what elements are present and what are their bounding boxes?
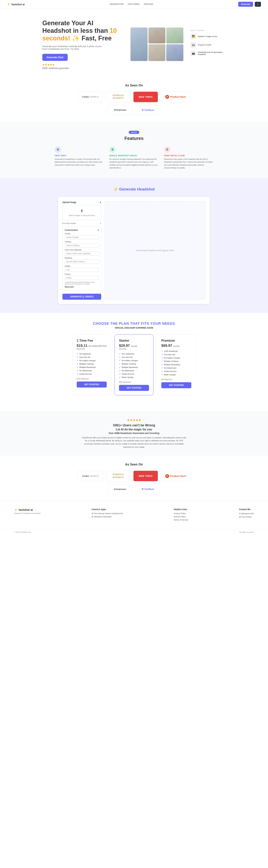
footer-terms-link[interactable]: Terms of Service <box>174 519 188 521</box>
backdrop-select[interactable]: Blurred Office Interior <box>65 259 99 264</box>
generate-output-panel: Generated headshot will appear here <box>105 201 206 300</box>
plan-feature: One time fee <box>161 353 191 356</box>
footer-apps-title: Usama's Apps <box>92 508 123 510</box>
pricing-card-premium: Premium $99.97 /month 1200 headshots One… <box>157 335 196 395</box>
hero-image-4 <box>148 44 166 61</box>
footer-apps-item-2[interactable]: AI Headshot Generator <box>92 516 123 518</box>
testimonial-subhead: Over 8288 Headshots Generated and Counti… <box>7 432 261 434</box>
feature-flair-desc: Experience the power of AI creativity wi… <box>164 158 213 169</box>
clothing-field: Clothing Select Clothing <box>65 241 99 247</box>
plan-premium-discount: 6% Discount <box>161 378 191 380</box>
hero-title-part1: Generate Your AI Headshot in less than <box>42 20 110 34</box>
plan-feature: No Watermark <box>119 370 149 372</box>
feature-snapshot-desc: No need for lengthy training datasets! O… <box>109 158 159 169</box>
hero-generate-button[interactable]: Generate Shot <box>42 54 68 61</box>
brand-bolt: ⚡ <box>7 3 10 6</box>
footer-email[interactable]: ✉ r@usama.click <box>239 513 254 515</box>
how-step-3-icon: 📸 <box>191 51 196 56</box>
footer-apps-item-1[interactable]: AI Two (House Interior & Exterior AI) <box>92 513 123 515</box>
footer-top: ⚡ fastshot ai Fastest AI Headshot Genera… <box>0 501 268 529</box>
plan-feature: Multiple Clothing <box>161 360 191 363</box>
hero-subtitle: Generate your headshots instantly with j… <box>42 45 102 50</box>
nav-pricing[interactable]: PRICING <box>144 3 153 5</box>
backdrop-label: Backdrop <box>65 257 99 259</box>
features-grid: ⚙ FAST SHOT Generate AI headshots in und… <box>46 146 222 169</box>
feature-free-flair: ⚙ FREE INITIAL FLAIR Experience the powe… <box>164 146 213 169</box>
quality-label: Quality <box>65 265 99 267</box>
logos-grid: ForbesGENDER AI WOMEN INBUSINESS WEB TIM… <box>72 92 196 115</box>
hero-section: Generate Your AI Headshot in less than 1… <box>28 9 240 76</box>
footer-contact-title: Contact Me <box>239 508 254 510</box>
feature-fast-shot-name: FAST SHOT <box>55 155 104 157</box>
how-step-1: 🧑 Upload 1 image of you <box>191 33 226 39</box>
logo-toolify-2: ⚙ Toolify.ai <box>135 484 160 494</box>
upload-label: Upload Image ∧ <box>62 201 101 204</box>
plan-feature: No hidden charges <box>77 360 107 362</box>
how-step-2-icon: 🤖 <box>191 42 196 48</box>
plan-starter-cta[interactable]: GET STARTED <box>119 385 149 391</box>
feature-snapshot-name: SINGLE SNAPSHOT MAGIC <box>109 155 159 157</box>
as-seen-on-title-2: As Seen On <box>3 463 265 466</box>
footer-links-list: Privacy Policy Refund Policy Terms of Se… <box>174 513 188 521</box>
best-results-label: For best results: ∧ <box>62 222 101 224</box>
logo-women-2: WOMEN INBUSINESS <box>106 471 131 482</box>
cloth-color-select[interactable]: Select Cloth Color (optional) <box>65 251 99 256</box>
features-badge: MAGIC <box>129 131 139 134</box>
footer-rights: All rights reserved. <box>239 531 254 533</box>
svg-rect-5 <box>172 35 177 41</box>
gender-field: Gender Select Gender <box>65 232 99 239</box>
logo-forbes: ForbesGENDER AI <box>78 92 103 102</box>
logo-toolify: ⚙ Toolify.ai <box>135 105 160 115</box>
as-seen-on-section-2: As Seen On ForbesGENDER AI WOMEN INBUSIN… <box>0 456 268 501</box>
pricing-subtitle: SPECIAL DISCOUNT EXPIRING SOON <box>7 327 261 329</box>
logo-entrepreneur-2: Entrepreneur <box>108 484 133 494</box>
footer-privacy-link[interactable]: Privacy Policy <box>174 513 188 515</box>
pricing-section: CHOOSE THE PLAN THAT FITS YOUR NEEDS SPE… <box>0 313 268 411</box>
logo-product-hunt: P Product Hunt <box>161 92 190 102</box>
plan-starter-old-price: 49.97$ <box>119 348 149 350</box>
as-seen-on-title: As Seen On <box>3 84 265 87</box>
logo-entrepreneur: Entrepreneur <box>108 105 133 115</box>
backdrop-field: Backdrop Blurred Office Interior <box>65 257 99 264</box>
svg-rect-3 <box>155 35 159 41</box>
plan-feature: Multiple Backdrops <box>119 366 149 369</box>
privacy-note: AI headshots generated with public priva… <box>65 281 99 285</box>
svg-point-0 <box>136 38 141 43</box>
plan-feature: One time fee <box>77 356 107 359</box>
privacy-field: Privacy Public <box>65 273 99 280</box>
pricing-card-one-time: 1 Time Fee $19.11 NO SUBSCRIPTION $43.97… <box>72 335 111 395</box>
hero-left: Generate Your AI Headshot in less than 1… <box>42 19 124 69</box>
nav-generate-button[interactable]: Generate <box>238 2 253 7</box>
footer-livechat[interactable]: 💬 Live Chat ▸ <box>239 516 254 518</box>
privacy-select[interactable]: Public <box>65 276 99 280</box>
plan-premium-features: 1200 headshots One time fee No hidden ch… <box>161 350 191 376</box>
generate-bolt-icon: ⚡ <box>113 187 118 191</box>
plan-one-time-features: 49 headshots One time fee No hidden char… <box>77 353 107 375</box>
footer-refund-link[interactable]: Refund Policy <box>174 516 188 518</box>
generate-credit-button[interactable]: GENERATE (1 CREDIT) <box>62 294 101 300</box>
gender-select[interactable]: Select Gender <box>65 235 99 239</box>
testimonial-section: ★★★★★ 3361+ Users can't be Wrong Let AI … <box>0 411 268 456</box>
plan-one-time-cta[interactable]: GET STARTED <box>77 381 107 388</box>
svg-rect-7 <box>155 52 159 58</box>
plan-feature: Instant Access <box>161 370 191 373</box>
hero-how-it-works: HOW IT WORKS 🧑 Upload 1 image of you 🤖 A… <box>191 30 226 59</box>
nav-links: GENERATOR FEATURES PRICING <box>110 3 154 5</box>
clothing-select[interactable]: Select Clothing <box>65 243 99 247</box>
nav-user-button[interactable]: 👤 <box>255 2 261 7</box>
nav-features[interactable]: FEATURES <box>128 3 140 5</box>
cloth-color-label: Cloth Color (optional) <box>65 249 99 251</box>
testimonial-body: FastShot AI offers you instant access to… <box>81 436 187 448</box>
plan-premium-cta[interactable]: GET STARTED <box>161 382 191 388</box>
nav-generator[interactable]: GENERATOR <box>110 3 124 5</box>
how-step-1-icon: 🧑 <box>191 33 196 39</box>
upload-dropzone[interactable]: ⬆ Select Image or drag and drop <box>62 205 101 220</box>
how-step-2: 🤖 AI goes to work <box>191 42 226 48</box>
quality-select[interactable]: Low <box>65 268 99 272</box>
customization-label: Customization ∧ <box>65 229 99 231</box>
hero-count: 8288+ headshots generated <box>42 67 124 69</box>
plan-feature: Multiple Clothing <box>77 363 107 365</box>
feature-fast-shot: ⚙ FAST SHOT Generate AI headshots in und… <box>55 146 104 169</box>
testimonial-count-text: 3361+ Users can't be Wrong <box>7 424 261 427</box>
how-step-3-text: Download your AI generated headshot <box>198 51 226 55</box>
